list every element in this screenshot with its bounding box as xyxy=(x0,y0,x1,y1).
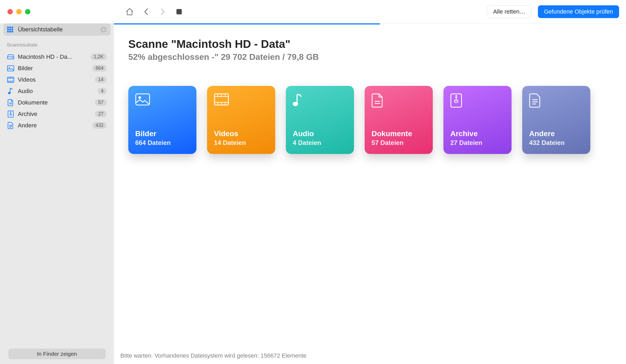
card-other[interactable]: Andere 432 Dateien xyxy=(522,86,590,154)
status-text: Bitte warten. Vorhandenes Dateisystem wi… xyxy=(114,348,626,364)
recover-all-button[interactable]: Alle retten… xyxy=(487,5,532,18)
show-in-finder-button[interactable]: In Finder zeigen xyxy=(8,349,106,359)
card-subtitle: 27 Dateien xyxy=(450,139,505,147)
sidebar-overview-item[interactable]: Übersichtstabelle xyxy=(3,23,110,36)
sidebar: Übersichtstabelle Scanresultate Macintos… xyxy=(0,23,114,364)
page-subtitle: 52% abgeschlossen -" 29 702 Dateien / 79… xyxy=(128,52,609,62)
drive-icon xyxy=(7,53,14,60)
svg-point-11 xyxy=(293,102,298,106)
card-videos[interactable]: Videos 14 Dateien xyxy=(207,86,275,154)
card-documents[interactable]: Dokumente 57 Dateien xyxy=(365,86,433,154)
minimize-window-button[interactable] xyxy=(16,9,22,14)
video-icon xyxy=(7,76,14,83)
sidebar-item-drive[interactable]: Macintosh HD - Da... 1,2K xyxy=(5,51,109,62)
card-subtitle: 4 Dateien xyxy=(293,139,347,147)
sidebar-item-badge: 432 xyxy=(92,122,107,129)
stop-button[interactable] xyxy=(174,7,184,17)
sidebar-item-label: Dokumente xyxy=(18,99,91,106)
card-audio[interactable]: Audio 4 Dateien xyxy=(286,86,354,154)
sidebar-item-label: Archive xyxy=(18,111,91,118)
image-icon xyxy=(7,65,14,72)
toolbar: Alle retten… Gefundene Objekte prüfen xyxy=(114,0,626,23)
sidebar-item-documents[interactable]: Dokumente 57 xyxy=(5,97,109,108)
svg-point-0 xyxy=(12,57,13,58)
sidebar-item-archives[interactable]: Archive 27 xyxy=(5,108,109,120)
sidebar-item-label: Andere xyxy=(18,122,89,129)
sidebar-item-badge: 4 xyxy=(98,88,107,94)
sidebar-item-label: Bilder xyxy=(18,65,89,72)
sidebar-item-audio[interactable]: Audio 4 xyxy=(5,85,109,97)
document-icon xyxy=(7,99,14,106)
sidebar-results-section: Scanresultate Macintosh HD - Da... 1,2K … xyxy=(3,42,110,131)
card-subtitle: 14 Dateien xyxy=(214,139,268,147)
svg-point-2 xyxy=(9,67,10,68)
category-cards: Bilder 664 Dateien Videos 14 Dateien Aud… xyxy=(128,86,609,154)
document-icon xyxy=(372,93,426,108)
archive-icon xyxy=(450,93,505,108)
sidebar-item-badge: 1,2K xyxy=(90,53,107,60)
card-title: Andere xyxy=(529,129,583,138)
music-note-icon xyxy=(7,88,14,95)
home-button[interactable] xyxy=(125,7,135,17)
sidebar-overview-label: Übersichtstabelle xyxy=(18,26,97,33)
card-title: Bilder xyxy=(135,129,190,138)
grid-icon xyxy=(7,27,14,32)
card-subtitle: 664 Dateien xyxy=(135,139,190,147)
forward-button[interactable] xyxy=(158,7,168,17)
music-note-icon xyxy=(293,93,347,108)
archive-icon xyxy=(7,111,14,118)
sidebar-section-header: Scanresultate xyxy=(5,42,109,48)
card-title: Archive xyxy=(450,129,505,138)
fullscreen-window-button[interactable] xyxy=(25,9,30,14)
sidebar-item-label: Audio xyxy=(18,88,94,95)
sidebar-item-label: Macintosh HD - Da... xyxy=(18,53,87,60)
svg-point-4 xyxy=(8,92,11,94)
sidebar-item-other[interactable]: Andere 432 xyxy=(5,120,109,131)
sidebar-item-videos[interactable]: Videos 14 xyxy=(5,74,109,85)
svg-rect-7 xyxy=(176,9,182,14)
svg-rect-1 xyxy=(7,66,14,71)
close-window-button[interactable] xyxy=(7,9,13,14)
sidebar-item-badge: 27 xyxy=(95,111,107,117)
review-found-button[interactable]: Gefundene Objekte prüfen xyxy=(538,5,619,18)
image-icon xyxy=(135,93,190,108)
card-subtitle: 57 Dateien xyxy=(372,139,426,147)
file-icon xyxy=(7,122,14,129)
card-images[interactable]: Bilder 664 Dateien xyxy=(128,86,196,154)
file-icon xyxy=(529,93,583,108)
content: Scanne "Macintosh HD - Data" 52% abgesch… xyxy=(114,24,626,348)
back-button[interactable] xyxy=(141,7,151,17)
svg-point-9 xyxy=(138,96,141,99)
sidebar-item-label: Videos xyxy=(18,76,91,83)
card-title: Videos xyxy=(214,129,268,138)
main-area: Alle retten… Gefundene Objekte prüfen Sc… xyxy=(114,23,626,364)
page-title: Scanne "Macintosh HD - Data" xyxy=(128,38,609,51)
svg-rect-13 xyxy=(455,100,458,102)
card-title: Audio xyxy=(293,129,347,138)
card-title: Dokumente xyxy=(372,129,426,138)
sidebar-item-badge: 664 xyxy=(92,65,107,72)
card-archives[interactable]: Archive 27 Dateien xyxy=(443,86,512,154)
sidebar-item-badge: 57 xyxy=(95,99,107,106)
svg-rect-6 xyxy=(10,114,11,115)
video-icon xyxy=(214,93,268,108)
sidebar-item-images[interactable]: Bilder 664 xyxy=(5,62,109,74)
spinner-icon xyxy=(100,26,107,33)
card-subtitle: 432 Dateien xyxy=(529,139,583,147)
window-controls xyxy=(7,9,30,14)
svg-rect-8 xyxy=(136,94,150,105)
sidebar-item-badge: 14 xyxy=(95,76,107,83)
